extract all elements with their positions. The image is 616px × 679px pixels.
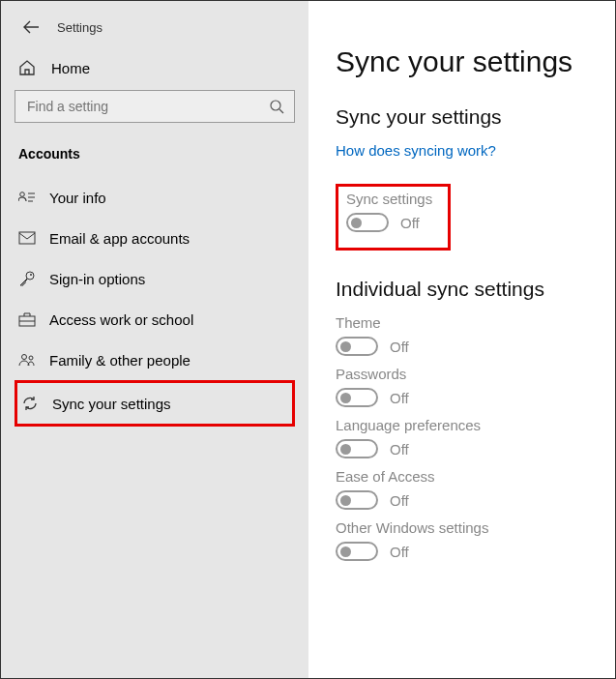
topbar: Settings: [1, 1, 308, 49]
svg-point-6: [22, 355, 27, 360]
nav-item-label: Your info: [49, 190, 106, 206]
toggle-theme[interactable]: [336, 337, 378, 356]
main-pane: Sync your settings Sync your settings Ho…: [308, 1, 615, 678]
opt-theme-label: Theme: [336, 314, 613, 331]
nav-item-label: Access work or school: [49, 311, 193, 328]
opt-passwords-label: Passwords: [336, 366, 613, 382]
nav-item-label: Email & app accounts: [49, 230, 190, 247]
sidebar-section-title: Accounts: [15, 142, 295, 177]
opt-other-label: Other Windows settings: [336, 519, 613, 536]
toggle-knob-icon: [340, 546, 351, 557]
nav-item-label: Family & other people: [49, 352, 191, 369]
toggle-language-state: Off: [390, 441, 409, 458]
nav-home[interactable]: Home: [15, 49, 295, 90]
sync-icon: [21, 395, 39, 412]
toggle-other[interactable]: [336, 542, 378, 561]
search-box[interactable]: [15, 90, 295, 123]
back-button[interactable]: [22, 18, 40, 36]
master-toggle-block: Sync settings Off: [336, 184, 451, 251]
svg-point-7: [29, 356, 33, 360]
home-icon: [18, 59, 36, 76]
toggle-ease[interactable]: [336, 490, 378, 510]
toggle-knob-icon: [351, 218, 362, 228]
toggle-ease-state: Off: [390, 492, 409, 509]
nav-family-people[interactable]: Family & other people: [15, 340, 295, 380]
nav-your-info[interactable]: Your info: [15, 177, 295, 218]
opt-language-label: Language preferences: [336, 417, 613, 433]
svg-point-4: [30, 274, 32, 276]
toggle-other-state: Off: [390, 544, 409, 560]
nav-sync-settings[interactable]: Sync your settings: [15, 380, 295, 427]
toggle-passwords[interactable]: [336, 388, 378, 407]
search-icon: [269, 99, 284, 114]
people-icon: [18, 351, 36, 369]
toggle-knob-icon: [340, 393, 351, 403]
nav-home-label: Home: [51, 60, 90, 76]
toggle-language[interactable]: [336, 439, 378, 458]
master-toggle-label: Sync settings: [346, 191, 432, 207]
mail-icon: [18, 229, 36, 247]
back-arrow-icon: [23, 19, 39, 35]
nav-work-school[interactable]: Access work or school: [15, 299, 295, 340]
section-sync-title: Sync your settings: [336, 105, 613, 129]
svg-point-0: [271, 101, 280, 110]
svg-point-1: [20, 192, 25, 197]
page-title: Sync your settings: [336, 45, 613, 78]
search-input[interactable]: [25, 98, 269, 115]
toggle-knob-icon: [340, 444, 351, 455]
nav-signin-options[interactable]: Sign-in options: [15, 258, 295, 299]
help-link[interactable]: How does syncing work?: [336, 142, 613, 159]
person-card-icon: [18, 189, 36, 206]
master-toggle[interactable]: [346, 213, 389, 232]
toggle-knob-icon: [340, 495, 351, 506]
nav-item-label: Sign-in options: [49, 271, 145, 287]
key-icon: [18, 270, 36, 287]
settings-window: Settings Home Accounts Your info Email &…: [0, 0, 616, 679]
opt-ease-label: Ease of Access: [336, 468, 613, 485]
svg-rect-2: [19, 232, 35, 244]
toggle-knob-icon: [340, 341, 351, 352]
briefcase-icon: [18, 310, 36, 328]
nav-email-accounts[interactable]: Email & app accounts: [15, 218, 295, 258]
section-individual-title: Individual sync settings: [336, 278, 613, 301]
sidebar: Settings Home Accounts Your info Email &…: [1, 1, 308, 678]
app-title: Settings: [57, 20, 103, 35]
toggle-theme-state: Off: [390, 339, 409, 355]
svg-point-3: [26, 272, 34, 280]
master-toggle-state: Off: [400, 215, 420, 231]
toggle-passwords-state: Off: [390, 390, 409, 406]
nav-item-label: Sync your settings: [52, 396, 171, 412]
